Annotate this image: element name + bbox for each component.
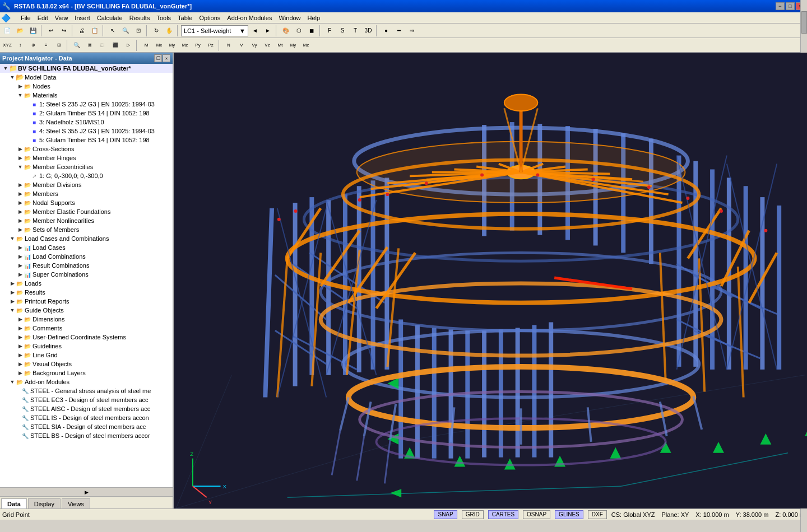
zoom-btn[interactable]: 🔍 xyxy=(119,25,132,37)
member-disp-btn[interactable]: ━ xyxy=(393,25,405,37)
panel-float-btn[interactable]: ❐ xyxy=(154,54,162,62)
tree-comments[interactable]: ▶ 📂 Comments xyxy=(0,324,173,333)
tree-model-data[interactable]: ▼ 📂 Model Data xyxy=(0,73,173,82)
cartes-btn[interactable]: CARTES xyxy=(488,510,518,519)
menu-view[interactable]: View xyxy=(52,12,72,23)
tree-result-combinations[interactable]: ▶ 📊 Result Combinations xyxy=(0,261,173,270)
tab-views[interactable]: Views xyxy=(62,498,90,508)
redo-btn[interactable]: ↪ xyxy=(58,25,70,37)
nodes-toggle[interactable]: ▶ xyxy=(17,83,24,90)
tree-addon-modules[interactable]: ▼ 📂 Add-on Modules xyxy=(0,377,173,386)
root-toggle[interactable]: ▼ xyxy=(2,65,9,72)
menu-insert[interactable]: Insert xyxy=(71,12,94,23)
snap-btn[interactable]: SNAP xyxy=(434,510,457,519)
top-btn[interactable]: T xyxy=(349,25,361,37)
front-btn[interactable]: F xyxy=(323,25,336,37)
tree-members[interactable]: ▶ 📂 Members xyxy=(0,189,173,198)
t2-btn16[interactable]: Pz xyxy=(205,39,217,52)
wire-btn[interactable]: ⬡ xyxy=(293,25,305,37)
tree-dimensions[interactable]: ▶ 📂 Dimensions xyxy=(0,315,173,324)
tree-member-divisions[interactable]: ▶ 📂 Member Divisions xyxy=(0,180,173,189)
t2-btn14[interactable]: Mz xyxy=(179,39,191,52)
glines-btn[interactable]: GLINES xyxy=(555,510,583,519)
t2-btn5[interactable]: ⊞ xyxy=(53,39,65,52)
tree-line-grid[interactable]: ▶ 📂 Line Grid xyxy=(0,351,173,360)
menu-addon[interactable]: Add-on Modules xyxy=(224,12,275,23)
tree-addon6[interactable]: 🔧 STEEL BS - Design of steel members acc… xyxy=(0,431,173,440)
tree-member-hinges[interactable]: ▶ 📂 Member Hinges xyxy=(0,153,173,162)
osnap-btn[interactable]: OSNAP xyxy=(523,510,550,519)
maximize-button[interactable]: □ xyxy=(786,2,795,10)
panel-close-btn[interactable]: × xyxy=(163,54,170,62)
minimize-button[interactable]: − xyxy=(776,2,785,10)
prev-lc-btn[interactable]: ◄ xyxy=(249,25,261,37)
new-btn[interactable]: 📄 xyxy=(1,25,13,37)
t2-btn10[interactable]: ▷ xyxy=(122,39,134,52)
tree-area[interactable]: ▼ 📁 BV SCHILLING FA DLUBAL_vonGuter* ▼ 📂… xyxy=(0,64,173,487)
dxf-btn[interactable]: DXF xyxy=(588,510,607,519)
tree-results[interactable]: ▶ 📂 Results xyxy=(0,288,173,297)
t2-btn3[interactable]: ⊕ xyxy=(27,39,39,52)
render-btn[interactable]: 🎨 xyxy=(280,25,292,37)
tree-addon3[interactable]: 🔧 STEEL AISC - Design of steel members a… xyxy=(0,404,173,413)
menu-options[interactable]: Options xyxy=(196,12,224,23)
tree-user-coord[interactable]: ▶ 📂 User-Defined Coordinate Systems xyxy=(0,333,173,342)
t2-btn8[interactable]: ⬚ xyxy=(96,39,109,52)
tree-printout-reports[interactable]: ▶ 📂 Printout Reports xyxy=(0,297,173,306)
tree-visual-objects[interactable]: ▶ 📂 Visual Objects xyxy=(0,360,173,368)
tree-mat3[interactable]: ■ 3: Nadelholz S10/MS10 xyxy=(0,118,173,127)
print-btn[interactable]: 🖨 xyxy=(76,25,88,37)
tree-mat4[interactable]: ■ 4: Steel S 355 J2 G3 | EN 10025: 1994-… xyxy=(0,127,173,136)
tab-display[interactable]: Display xyxy=(28,498,61,508)
t2-btn18[interactable]: V xyxy=(235,39,248,52)
tree-addon5[interactable]: 🔧 STEEL SIA - Design of steel members ac… xyxy=(0,422,173,431)
tree-addon4[interactable]: 🔧 STEEL IS - Design of steel members acc… xyxy=(0,413,173,422)
t2-btn6[interactable]: 🔍 xyxy=(71,39,83,52)
t2-btn15[interactable]: Py xyxy=(192,39,204,52)
grid-btn[interactable]: GRID xyxy=(462,510,484,519)
zoom-all-btn[interactable]: ⊡ xyxy=(132,25,145,37)
menu-calculate[interactable]: Calculate xyxy=(94,12,126,23)
t2-btn12[interactable]: Mx xyxy=(153,39,165,52)
tree-member-elastic[interactable]: ▶ 📂 Member Elastic Foundations xyxy=(0,207,173,216)
menu-help[interactable]: Help xyxy=(304,12,324,23)
tree-addon2[interactable]: 🔧 STEEL EC3 - Design of steel members ac… xyxy=(0,395,173,404)
tree-root[interactable]: ▼ 📁 BV SCHILLING FA DLUBAL_vonGuter* xyxy=(0,64,173,73)
tree-mat1[interactable]: ■ 1: Steel S 235 J2 G3 | EN 10025: 1994-… xyxy=(0,100,173,109)
tree-loads[interactable]: ▶ 📂 Loads xyxy=(0,279,173,288)
tree-mat2[interactable]: ■ 2: Glulam Timber BS 14 | DIN 1052: 198 xyxy=(0,109,173,118)
tree-load-cases-combos[interactable]: ▼ 📂 Load Cases and Combinations xyxy=(0,234,173,243)
tree-scroll-bottom[interactable]: ▶ xyxy=(0,487,173,496)
t2-btn17[interactable]: N xyxy=(222,39,235,52)
tab-data[interactable]: Data xyxy=(1,498,27,508)
open-btn[interactable]: 📂 xyxy=(14,25,26,37)
tree-guidelines[interactable]: ▶ 📂 Guidelines xyxy=(0,342,173,351)
t2-btn20[interactable]: Vz xyxy=(261,39,273,52)
tree-member-nonlin[interactable]: ▶ 📂 Member Nonlinearities xyxy=(0,216,173,225)
3d-view-area[interactable]: X Z Y xyxy=(174,53,807,508)
menu-table[interactable]: Table xyxy=(174,12,196,23)
select-btn[interactable]: ↖ xyxy=(106,25,119,37)
tree-ecc1[interactable]: ↗ 1: G; 0,-300,0; 0,-300,0 xyxy=(0,171,173,180)
t2-btn19[interactable]: Vy xyxy=(248,39,261,52)
tree-materials[interactable]: ▼ 📂 Materials xyxy=(0,91,173,100)
menu-tools[interactable]: Tools xyxy=(153,12,174,23)
t2-btn11[interactable]: M xyxy=(140,39,152,52)
menu-file[interactable]: File xyxy=(17,12,34,23)
load-case-dropdown[interactable]: LC1 - Self-weight ▼ xyxy=(181,25,248,36)
rotate-btn[interactable]: ↻ xyxy=(150,25,163,37)
tree-mat5[interactable]: ■ 5: Glulam Timber BS 14 | DIN 1052: 198 xyxy=(0,136,173,144)
node-disp-btn[interactable]: ● xyxy=(380,25,392,37)
tree-background-layers[interactable]: ▶ 📂 Background Layers xyxy=(0,368,173,377)
tree-nodes[interactable]: ▶ 📂 Nodes xyxy=(0,82,173,91)
tree-scrollbar-thumb[interactable] xyxy=(801,11,807,34)
next-lc-btn[interactable]: ► xyxy=(262,25,274,37)
materials-toggle[interactable]: ▼ xyxy=(17,92,24,99)
tree-guide-objects[interactable]: ▼ 📂 Guide Objects xyxy=(0,306,173,315)
undo-btn[interactable]: ↩ xyxy=(45,25,57,37)
t2-btn1[interactable]: XYZ xyxy=(1,39,13,52)
copy-btn[interactable]: 📋 xyxy=(89,25,101,37)
tree-addon1[interactable]: 🔧 STEEL - General stress analysis of ste… xyxy=(0,386,173,395)
menu-window[interactable]: Window xyxy=(275,12,304,23)
t2-btn23[interactable]: Mz xyxy=(300,39,312,52)
